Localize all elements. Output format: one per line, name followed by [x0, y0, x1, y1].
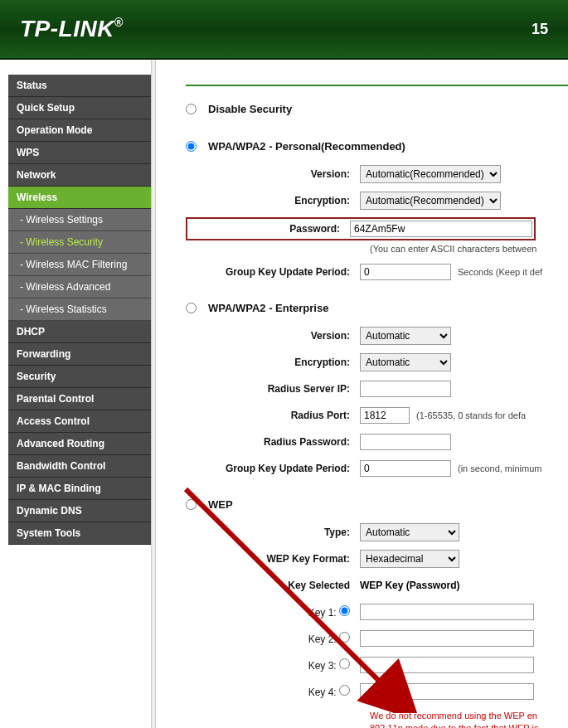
sidebar-item-bandwidth-control[interactable]: Bandwidth Control — [8, 455, 151, 478]
select-ent-version[interactable]: Automatic — [360, 327, 451, 345]
input-key3[interactable] — [360, 657, 534, 673]
input-key1[interactable] — [360, 604, 534, 620]
header: TP-LINK® 15 — [0, 0, 568, 60]
radio-disable-security[interactable] — [186, 104, 197, 114]
note-wpa-gkup: Seconds (Keep it def — [458, 267, 542, 277]
label-wpa-password: Password: — [189, 223, 350, 235]
sidebar-sub-wireless-advanced[interactable]: - Wireless Advanced — [8, 276, 151, 298]
select-wep-type[interactable]: Automatic — [360, 523, 459, 541]
label-radius-port: Radius Port: — [186, 410, 360, 421]
section-title-disable: Disable Security — [208, 103, 292, 115]
sidebar-sub-wireless-settings[interactable]: - Wireless Settings — [8, 209, 151, 231]
input-key2[interactable] — [360, 630, 534, 647]
sidebar-item-quick-setup[interactable]: Quick Setup — [8, 97, 151, 119]
label-key-selected: Key Selected — [186, 580, 360, 591]
label-wpa-gkup: Group Key Update Period: — [186, 266, 360, 278]
label-wep-type: Type: — [186, 527, 360, 538]
sidebar-item-status[interactable]: Status — [8, 75, 151, 97]
model-number: 15 — [532, 21, 548, 38]
input-radius-ip[interactable] — [360, 381, 451, 397]
select-wpa-version[interactable]: Automatic(Recommended) — [360, 165, 501, 183]
sidebar: Status Quick Setup Operation Mode WPS Ne… — [0, 60, 151, 728]
wep-warning: We do not recommend using the WEP en 802… — [186, 710, 568, 728]
radio-wpa-personal[interactable] — [186, 141, 197, 152]
sidebar-item-dynamic-dns[interactable]: Dynamic DNS — [8, 500, 151, 522]
sidebar-item-advanced-routing[interactable]: Advanced Routing — [8, 433, 151, 455]
sidebar-item-system-tools[interactable]: System Tools — [8, 522, 151, 545]
radio-key1[interactable] — [339, 605, 350, 616]
input-key4[interactable] — [360, 683, 534, 700]
select-wpa-encryption[interactable]: Automatic(Recommended) — [360, 192, 501, 210]
sidebar-item-dhcp[interactable]: DHCP — [8, 321, 151, 343]
sidebar-sub-wireless-statistics[interactable]: - Wireless Statistics — [8, 298, 151, 321]
label-radius-ip: Radius Server IP: — [186, 383, 360, 395]
sidebar-item-wps[interactable]: WPS — [8, 142, 151, 164]
radio-key2[interactable] — [339, 632, 350, 643]
radio-key3[interactable] — [339, 658, 350, 669]
label-key1: Key 1: — [186, 605, 360, 619]
section-title-wep: WEP — [208, 498, 233, 511]
section-title-wpa-personal: WPA/WPA2 - Personal(Recommended) — [208, 140, 405, 153]
sidebar-item-forwarding[interactable]: Forwarding — [8, 343, 151, 366]
sidebar-item-network[interactable]: Network — [8, 164, 151, 187]
note-ent-gkup: (in second, minimum — [458, 463, 541, 473]
section-title-wpa-enterprise: WPA/WPA2 - Enterprise — [208, 302, 328, 314]
label-wep-key-header: WEP Key (Password) — [360, 580, 459, 591]
input-radius-port[interactable] — [360, 407, 410, 424]
label-wpa-version: Version: — [186, 168, 360, 180]
sidebar-item-wireless[interactable]: Wireless — [8, 187, 151, 209]
sidebar-item-ip-mac-binding[interactable]: IP & MAC Binding — [8, 478, 151, 500]
input-radius-pw[interactable] — [360, 434, 451, 450]
input-wpa-password[interactable] — [350, 221, 532, 237]
label-key2: Key 2: — [186, 632, 360, 645]
label-ent-encryption: Encryption: — [186, 357, 360, 368]
label-wep-format: WEP Key Format: — [186, 553, 360, 565]
password-highlight-box: Password: — [186, 217, 536, 240]
label-key3: Key 3: — [186, 658, 360, 672]
radio-wep[interactable] — [186, 499, 197, 510]
radio-key4[interactable] — [339, 685, 350, 696]
label-wpa-encryption: Encryption: — [186, 195, 360, 206]
note-wpa-password: (You can enter ASCII characters between — [186, 244, 568, 254]
sidebar-item-parental-control[interactable]: Parental Control — [8, 388, 151, 410]
brand-logo: TP-LINK® — [20, 16, 124, 42]
sidebar-item-security[interactable]: Security — [8, 366, 151, 388]
main-content: Disable Security WPA/WPA2 - Personal(Rec… — [156, 60, 568, 728]
input-wpa-gkup[interactable] — [360, 264, 451, 280]
select-wep-format[interactable]: Hexadecimal — [360, 550, 459, 568]
sidebar-item-access-control[interactable]: Access Control — [8, 410, 151, 433]
sidebar-sub-wireless-mac-filtering[interactable]: - Wireless MAC Filtering — [8, 254, 151, 276]
label-key4: Key 4: — [186, 685, 360, 698]
sidebar-sub-wireless-security[interactable]: - Wireless Security — [8, 231, 151, 254]
input-ent-gkup[interactable] — [360, 460, 451, 477]
radio-wpa-enterprise[interactable] — [186, 303, 197, 313]
label-radius-pw: Radius Password: — [186, 436, 360, 448]
note-radius-port: (1-65535, 0 stands for defa — [416, 410, 526, 420]
label-ent-version: Version: — [186, 330, 360, 342]
top-divider — [186, 85, 568, 86]
sidebar-item-operation-mode[interactable]: Operation Mode — [8, 119, 151, 142]
select-ent-encryption[interactable]: Automatic — [360, 353, 451, 371]
label-ent-gkup: Group Key Update Period: — [186, 463, 360, 474]
